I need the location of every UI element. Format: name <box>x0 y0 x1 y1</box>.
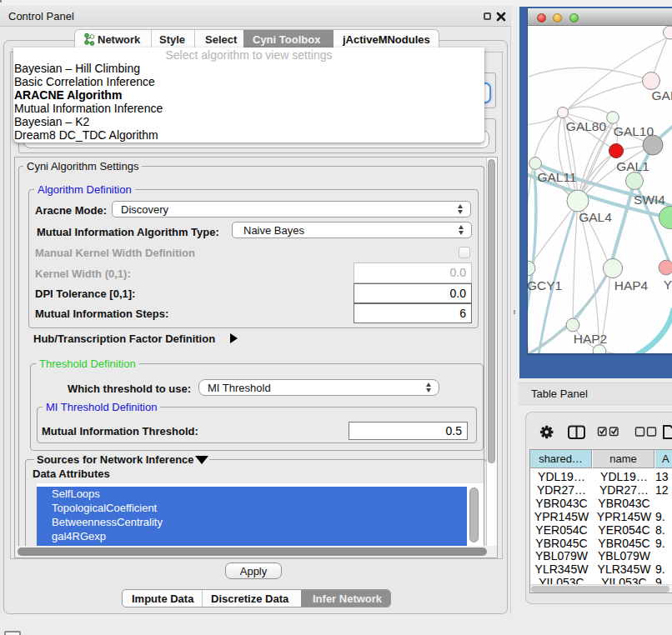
svg-text:HAP2: HAP2 <box>574 332 608 346</box>
svg-text:GAL4: GAL4 <box>579 210 612 224</box>
svg-text:GAL80: GAL80 <box>566 119 607 133</box>
svg-text:SWI4: SWI4 <box>634 192 665 207</box>
svg-text:GAL10: GAL10 <box>614 124 654 138</box>
svg-text:Y: Y <box>664 278 672 292</box>
svg-text:GCY1: GCY1 <box>528 278 562 292</box>
svg-text:GAL1: GAL1 <box>616 159 649 173</box>
svg-text:GAL: GAL <box>651 88 672 102</box>
svg-text:GAL11: GAL11 <box>537 170 576 184</box>
svg-text:HAP4: HAP4 <box>614 278 649 292</box>
